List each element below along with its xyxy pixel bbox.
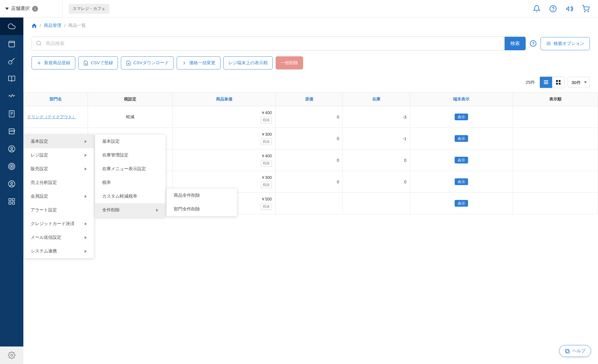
search-options-button[interactable]: 検索オプション <box>540 37 590 50</box>
search-button[interactable]: 検索 <box>505 36 526 50</box>
tenant-chip[interactable]: スマレジ・カフェ <box>69 4 109 14</box>
sidebar-item-cloud[interactable] <box>0 18 23 35</box>
flyout-item[interactable]: 売上分析設定 <box>24 176 94 189</box>
bulk-delete-button[interactable]: 一括削除 <box>276 56 303 69</box>
chevron-right-icon <box>85 236 87 239</box>
flyout-item[interactable]: 販売設定 <box>24 162 94 176</box>
per-page-select-wrap: 30件 <box>568 77 590 88</box>
megaphone-icon[interactable] <box>565 5 573 13</box>
chevron-right-icon <box>156 209 158 212</box>
svg-rect-30 <box>556 80 558 82</box>
search-help-icon[interactable]: ? <box>530 40 536 47</box>
price-bulk-button[interactable]: 価格一括変更 <box>177 56 220 69</box>
sidebar-item-analytics[interactable] <box>0 88 23 105</box>
flyout-item[interactable]: メール送信設定 <box>24 231 94 244</box>
sidebar-item-grid[interactable] <box>0 193 23 210</box>
main-content: / 商品管理 / 商品一覧 検索 ? 検索オプション 新規商品登録 CSVで登録… <box>23 18 598 364</box>
chevron-right-icon <box>85 250 87 253</box>
home-icon[interactable] <box>32 23 37 28</box>
view-row: 25件 30件 <box>23 76 598 92</box>
col-dept[interactable]: 部門名 <box>24 93 88 106</box>
cell-terminal: 表示 <box>410 149 513 171</box>
cell-terminal: 表示 <box>410 171 513 193</box>
cell-order <box>513 193 598 214</box>
csv-download-button[interactable]: CSVダウンロード <box>121 56 174 69</box>
sidebar-item-receipt[interactable] <box>0 105 23 123</box>
cell-tax: 軽減 <box>88 106 173 128</box>
help-pill[interactable]: ヘルプ <box>559 345 591 357</box>
col-stock[interactable]: 在庫 <box>343 93 410 106</box>
flyout-item[interactable]: 全件削除 <box>95 203 165 217</box>
chevron-right-icon <box>85 140 87 143</box>
sidebar-item-store[interactable] <box>0 123 23 140</box>
svg-rect-33 <box>559 83 561 85</box>
terminal-order-button[interactable]: レジ端末上の表示順 <box>223 56 273 69</box>
svg-point-10 <box>8 163 15 170</box>
sidebar-item-key[interactable] <box>0 53 23 70</box>
store-select[interactable]: 店舗選択 1 <box>0 0 63 17</box>
svg-point-11 <box>10 165 14 168</box>
sidebar-item-member[interactable] <box>0 140 23 158</box>
flyout-item[interactable]: 部門全件削除 <box>167 202 237 216</box>
cell-price: ￥300税抜 <box>173 128 276 149</box>
col-terminal[interactable]: 端末表示 <box>410 93 513 106</box>
flyout-item[interactable]: 会員設定 <box>24 189 94 203</box>
sidebar-item-products[interactable] <box>0 35 23 53</box>
col-tax: 税設定 <box>88 93 173 106</box>
flyout-item[interactable]: クレジットカード決済 <box>24 217 94 231</box>
sidebar-item-target[interactable] <box>0 158 23 175</box>
search-input[interactable] <box>46 41 505 46</box>
col-cost[interactable]: 原価 <box>276 93 343 106</box>
svg-point-1 <box>553 10 553 10</box>
view-toggle <box>540 76 565 88</box>
col-price[interactable]: 商品単価 <box>173 93 276 106</box>
cell-terminal: 表示 <box>410 128 513 149</box>
cell-cost <box>276 193 343 214</box>
breadcrumb-link[interactable]: 商品管理 <box>44 23 61 28</box>
svg-rect-27 <box>544 80 548 81</box>
svg-rect-31 <box>559 80 561 82</box>
sidebar-item-settings[interactable] <box>0 346 23 364</box>
csv-register-button[interactable]: CSVで登録 <box>78 56 118 69</box>
new-product-button[interactable]: 新規商品登録 <box>32 56 75 69</box>
bell-icon[interactable] <box>533 5 541 13</box>
cell-stock: 0 <box>343 171 410 193</box>
svg-point-8 <box>8 146 15 152</box>
settings-flyout-2: 基本設定在庫管理設定在庫メニュー表示設定税率カスタム軽減税率全件削除 <box>95 134 166 217</box>
flyout-item[interactable]: 税率 <box>95 176 165 189</box>
flyout-item[interactable]: 基本設定 <box>24 135 94 148</box>
flyout-item[interactable]: アラート設定 <box>24 203 94 217</box>
sidebar-item-user[interactable] <box>0 175 23 193</box>
sidebar-item-book[interactable] <box>0 70 23 88</box>
cell-stock: 0 <box>343 149 410 171</box>
svg-rect-28 <box>544 82 548 83</box>
breadcrumb-current: 商品一覧 <box>68 23 86 28</box>
svg-rect-17 <box>9 202 11 204</box>
store-count-badge: 1 <box>32 6 38 12</box>
per-page-select[interactable]: 30件 <box>568 77 590 88</box>
svg-rect-34 <box>565 349 569 352</box>
cart-icon[interactable] <box>582 5 590 13</box>
flyout-item[interactable]: カスタム軽減税率 <box>95 189 165 203</box>
cell-cost: 0 <box>276 149 343 171</box>
flyout-item[interactable]: システム連携 <box>24 244 94 258</box>
list-view-button[interactable] <box>540 77 552 88</box>
help-icon[interactable] <box>549 5 557 13</box>
flyout-item[interactable]: 商品全件削除 <box>167 189 237 202</box>
svg-rect-32 <box>556 83 558 85</box>
cell-price: ￥400税抜 <box>173 106 276 128</box>
sidebar <box>0 18 23 364</box>
flyout-item[interactable]: 在庫メニュー表示設定 <box>95 162 165 176</box>
flyout-item[interactable]: レジ設定 <box>24 148 94 162</box>
cell-price: ￥400税抜 <box>173 149 276 171</box>
grid-view-button[interactable] <box>552 77 564 88</box>
cell-order <box>513 149 598 171</box>
svg-line-21 <box>40 44 41 45</box>
cell-stock: -1 <box>343 128 410 149</box>
cell-dept: ドリンク（テイクアウト） <box>24 106 88 128</box>
cell-terminal: 表示 <box>410 193 513 214</box>
svg-point-3 <box>588 11 589 12</box>
flyout-item[interactable]: 在庫管理設定 <box>95 148 165 162</box>
svg-point-20 <box>37 41 41 45</box>
flyout-item[interactable]: 基本設定 <box>95 135 165 148</box>
